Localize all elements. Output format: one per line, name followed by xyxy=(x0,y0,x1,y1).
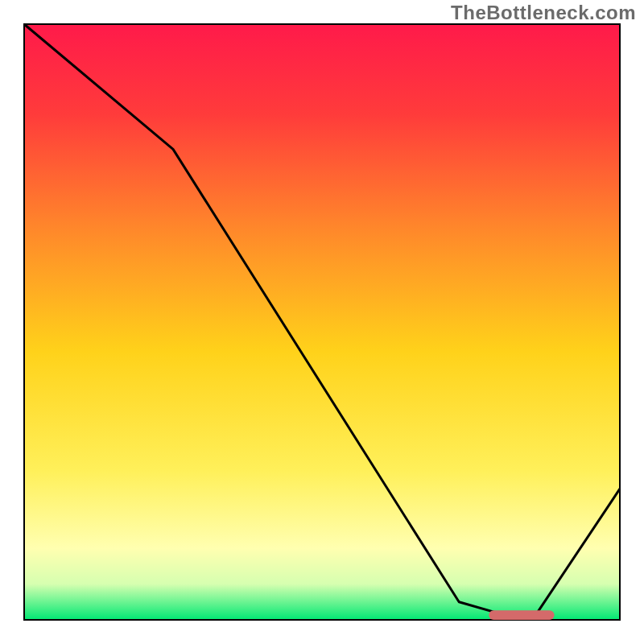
gradient-background xyxy=(24,24,620,620)
chart-container: { "attribution": "TheBottleneck.com", "c… xyxy=(0,0,644,644)
optimal-range-bar xyxy=(489,610,554,620)
bottleneck-chart xyxy=(0,0,644,644)
